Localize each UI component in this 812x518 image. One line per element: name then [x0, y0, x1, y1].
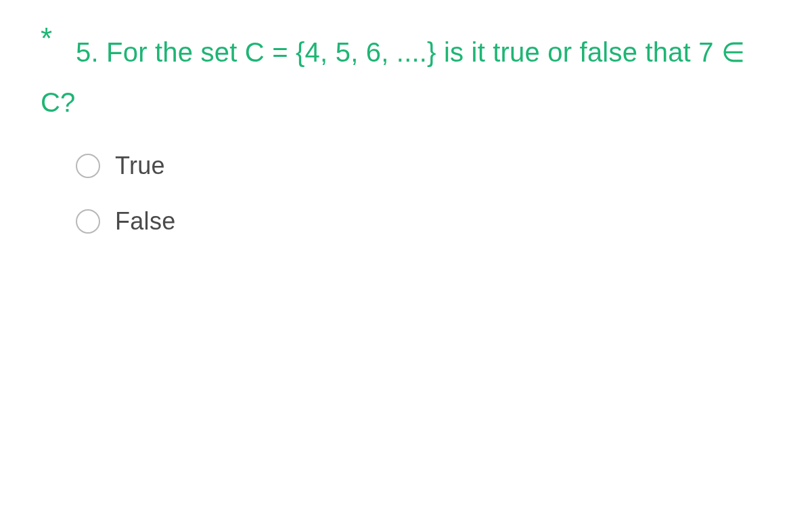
option-false[interactable]: False	[76, 207, 771, 236]
radio-icon	[76, 154, 100, 178]
question-text: 5. For the set C = {4, 5, 6, ....} is it…	[41, 27, 771, 127]
option-true[interactable]: True	[76, 152, 771, 180]
option-label: True	[115, 152, 165, 180]
radio-icon	[76, 209, 100, 234]
question-container: * 5. For the set C = {4, 5, 6, ....} is …	[41, 27, 771, 236]
option-label: False	[115, 207, 176, 236]
required-asterisk-icon: *	[41, 22, 52, 56]
options-list: True False	[41, 152, 771, 236]
